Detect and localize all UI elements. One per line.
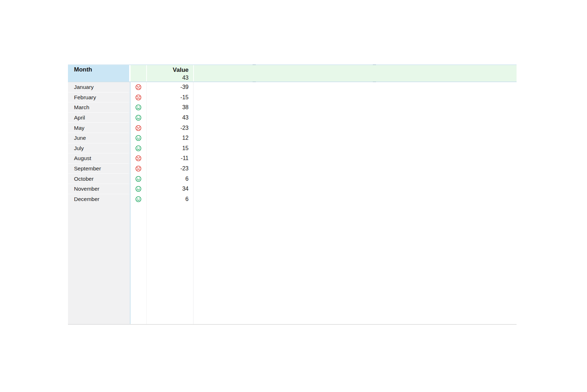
value-cell: 12 (147, 133, 193, 143)
sad-face-icon (135, 94, 142, 101)
sentiment-icon (135, 104, 142, 111)
sad-face-icon (135, 165, 142, 172)
header-grid-line (193, 65, 194, 81)
sentiment-icon-cell (130, 123, 147, 133)
value-cell: -23 (147, 123, 193, 133)
table-rows: January -39 February (68, 82, 517, 204)
sentiment-icon (135, 176, 142, 182)
sentiment-icon-cell (130, 113, 147, 123)
sentiment-icon-cell (130, 133, 147, 143)
month-cell: February (68, 92, 130, 103)
sentiment-icon (135, 94, 142, 101)
value-cell: 6 (147, 174, 193, 184)
table-row[interactable]: February -15 (68, 92, 517, 103)
table-header: Month Value 43 (68, 65, 517, 82)
month-cell: October (68, 174, 130, 184)
sentiment-icon (135, 125, 142, 131)
sentiment-icon-cell (130, 143, 147, 154)
month-cell: August (68, 153, 130, 164)
page-canvas: Month Value 43 January (0, 0, 587, 392)
value-cell: -11 (147, 153, 193, 164)
month-cell: March (68, 102, 130, 113)
sentiment-icon (135, 186, 142, 192)
month-cell: December (68, 194, 130, 205)
month-cell: November (68, 184, 130, 194)
value-cell: 38 (147, 102, 193, 113)
month-cell: January (68, 82, 130, 92)
total-value: 43 (146, 74, 189, 81)
table-row[interactable]: June 12 (68, 133, 517, 143)
value-header-band[interactable]: Value 43 (131, 65, 517, 81)
sentiment-icon (135, 196, 142, 202)
month-column-header[interactable]: Month (68, 65, 129, 81)
month-cell: September (68, 164, 130, 174)
sentiment-icon-cell (130, 174, 147, 184)
sentiment-icon (135, 155, 142, 161)
table-body: January -39 February (68, 82, 517, 324)
value-cell: -23 (147, 164, 193, 174)
happy-face-icon (135, 176, 142, 182)
sentiment-icon (135, 135, 142, 141)
sentiment-icon-cell (130, 184, 147, 194)
value-cell: -39 (147, 82, 193, 92)
value-cell: 34 (147, 184, 193, 194)
table-row[interactable]: March 38 (68, 102, 517, 113)
sentiment-icon-cell (130, 82, 147, 92)
column-resize-handle[interactable] (373, 64, 376, 65)
table-visual: Month Value 43 January (68, 64, 517, 325)
month-cell: April (68, 113, 130, 123)
table-row[interactable]: December 6 (68, 194, 517, 205)
happy-face-icon (135, 135, 142, 141)
table-row[interactable]: August -11 (68, 153, 517, 164)
sentiment-icon-cell (130, 102, 147, 113)
month-cell: July (68, 143, 130, 154)
sentiment-icon-cell (130, 153, 147, 164)
sad-face-icon (135, 125, 142, 131)
sentiment-icon (135, 165, 142, 172)
happy-face-icon (135, 104, 142, 111)
month-cell: May (68, 123, 130, 133)
sentiment-icon (135, 84, 142, 90)
month-header-label: Month (74, 66, 92, 73)
month-cell: June (68, 133, 130, 143)
table-row[interactable]: July 15 (68, 143, 517, 154)
column-resize-handle[interactable] (253, 64, 256, 65)
sentiment-icon-cell (130, 92, 147, 103)
value-cell: 15 (147, 143, 193, 154)
sentiment-icon (135, 115, 142, 121)
table-row[interactable]: September -23 (68, 164, 517, 174)
table-row[interactable]: May -23 (68, 123, 517, 133)
sentiment-icon-cell (130, 194, 147, 205)
sad-face-icon (135, 84, 142, 90)
table-row[interactable]: April 43 (68, 113, 517, 123)
sad-face-icon (135, 155, 142, 161)
value-cell: 43 (147, 113, 193, 123)
value-header-label: Value (146, 66, 189, 74)
value-column-header[interactable]: Value 43 (146, 65, 193, 81)
happy-face-icon (135, 145, 142, 152)
value-cell: -15 (147, 92, 193, 103)
value-cell: 6 (147, 194, 193, 205)
happy-face-icon (135, 196, 142, 202)
sentiment-icon-cell (130, 164, 147, 174)
happy-face-icon (135, 186, 142, 192)
table-row[interactable]: October 6 (68, 174, 517, 184)
table-row[interactable]: November 34 (68, 184, 517, 194)
sentiment-icon (135, 145, 142, 152)
table-row[interactable]: January -39 (68, 82, 517, 92)
happy-face-icon (135, 115, 142, 121)
